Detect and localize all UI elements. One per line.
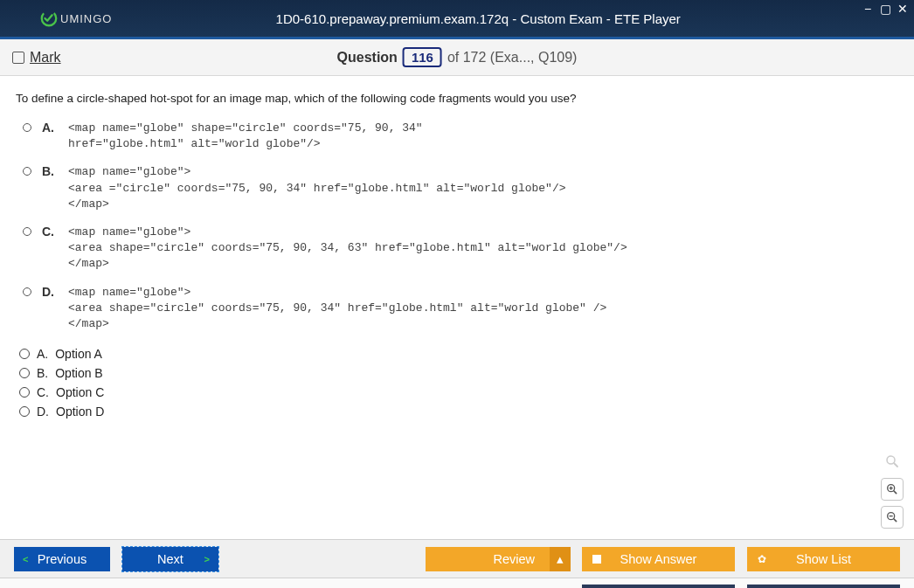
zoom-out-button[interactable]	[881, 506, 904, 529]
minimize-icon[interactable]: −	[862, 2, 874, 16]
previous-label: Previous	[38, 552, 87, 566]
show-answer-button[interactable]: Show Answer	[582, 547, 735, 571]
code-option-letter: B.	[42, 164, 58, 178]
code-option-text: <map name="globe" shape="circle" coords=…	[68, 121, 423, 152]
logo-check-icon	[39, 9, 59, 28]
answer-option-label: Option B	[55, 366, 102, 380]
radio-icon	[23, 287, 31, 296]
mark-label: Mark	[30, 50, 61, 66]
save-session-button[interactable]: Save Session	[582, 585, 735, 589]
answer-option-label: Option A	[55, 347, 102, 361]
svg-line-2	[894, 463, 897, 467]
previous-button[interactable]: < Previous	[14, 547, 110, 571]
code-option-text: <map name="globe"> <area shape="circle" …	[68, 225, 627, 273]
answer-option-letter: D.	[37, 405, 49, 419]
show-list-label: Show List	[796, 552, 851, 566]
answer-options: A.Option AB.Option BC.Option CD.Option D	[16, 344, 898, 421]
radio-icon	[19, 387, 30, 398]
maximize-icon[interactable]: ▢	[879, 2, 891, 16]
question-word: Question	[337, 50, 398, 66]
titlebar: UMINGO 1D0-610.prepaway.premium.exam.172…	[0, 0, 914, 37]
close-icon[interactable]: ✕	[897, 2, 909, 16]
review-button[interactable]: Review ▴	[426, 547, 570, 571]
radio-icon	[19, 349, 30, 359]
question-total: of 172 (Exa..., Q109)	[447, 50, 578, 66]
radio-icon	[19, 406, 30, 417]
radio-icon	[19, 368, 30, 378]
answer-option[interactable]: D.Option D	[19, 402, 898, 421]
checkbox-icon	[12, 52, 24, 64]
next-label: Next	[157, 552, 183, 566]
answer-option-label: Option D	[56, 405, 104, 419]
radio-icon	[23, 167, 31, 176]
zoom-controls	[881, 450, 904, 529]
code-option-text: <map name="globe"> <area shape="circle" …	[68, 285, 606, 333]
code-option[interactable]: D.<map name="globe"> <area shape="circle…	[16, 285, 898, 333]
end-exam-button[interactable]: End Exam	[747, 585, 900, 589]
session-footer: Save Session End Exam	[0, 578, 914, 588]
mark-checkbox[interactable]: Mark	[12, 50, 61, 66]
show-list-button[interactable]: ✿ Show List	[747, 547, 900, 571]
code-option-text: <map name="globe"> <area ="circle" coord…	[68, 164, 566, 212]
code-option[interactable]: A.<map name="globe" shape="circle" coord…	[16, 121, 898, 152]
code-option-letter: D.	[42, 285, 58, 299]
square-icon	[592, 555, 601, 564]
chevron-right-icon: >	[204, 554, 210, 564]
answer-option[interactable]: A.Option A	[19, 344, 898, 363]
question-number-badge: 116	[403, 47, 442, 67]
radio-icon	[23, 123, 31, 132]
question-text: To define a circle-shaped hot-spot for a…	[16, 92, 898, 105]
answer-option[interactable]: B.Option B	[19, 363, 898, 383]
answer-option-label: Option C	[56, 385, 104, 399]
content-area: To define a circle-shaped hot-spot for a…	[0, 76, 914, 539]
svg-line-4	[894, 491, 897, 494]
code-option-letter: C.	[42, 225, 58, 239]
list-icon: ✿	[758, 553, 766, 565]
window-controls: − ▢ ✕	[862, 2, 909, 16]
search-icon[interactable]	[881, 450, 904, 473]
chevron-up-icon: ▴	[550, 547, 571, 571]
svg-line-8	[894, 519, 897, 522]
answer-option[interactable]: C.Option C	[19, 383, 898, 402]
radio-icon	[23, 227, 31, 236]
answer-option-letter: C.	[37, 385, 49, 399]
zoom-in-button[interactable]	[881, 478, 904, 501]
window-title: 1D0-610.prepaway.premium.exam.172q - Cus…	[42, 11, 914, 26]
subheader: Mark Question 116 of 172 (Exa..., Q109)	[0, 39, 914, 76]
question-indicator: Question 116 of 172 (Exa..., Q109)	[337, 47, 578, 67]
code-option[interactable]: C.<map name="globe"> <area shape="circle…	[16, 225, 898, 273]
chevron-left-icon: <	[23, 554, 28, 564]
next-button[interactable]: Next >	[122, 547, 218, 571]
answer-option-letter: B.	[37, 366, 48, 380]
review-label: Review	[493, 552, 535, 566]
nav-footer: < Previous Next > Review ▴ Show Answer ✿…	[0, 539, 914, 578]
code-option-letter: A.	[42, 121, 58, 135]
answer-option-letter: A.	[37, 347, 48, 361]
show-answer-label: Show Answer	[620, 552, 697, 566]
code-option[interactable]: B.<map name="globe"> <area ="circle" coo…	[16, 164, 898, 212]
